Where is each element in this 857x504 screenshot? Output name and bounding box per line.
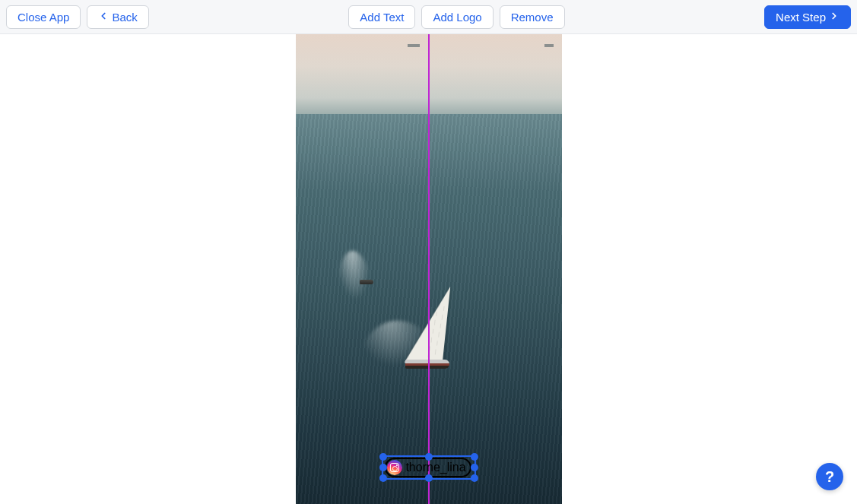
small-boat bbox=[360, 280, 373, 284]
resize-handle-bottom-center[interactable] bbox=[424, 474, 432, 482]
canvas-area: thorne_lina bbox=[0, 34, 857, 504]
chevron-left-icon bbox=[98, 11, 109, 24]
boat-wake bbox=[333, 249, 376, 306]
close-app-label: Close App bbox=[17, 11, 69, 24]
hull bbox=[405, 360, 449, 369]
toolbar-right-group: Next Step bbox=[764, 5, 851, 29]
resize-handle-top-left[interactable] bbox=[379, 453, 386, 461]
help-button[interactable]: ? bbox=[816, 463, 843, 490]
back-button[interactable]: Back bbox=[87, 5, 148, 29]
overlay-username: thorne_lina bbox=[405, 461, 465, 474]
selected-overlay[interactable]: thorne_lina bbox=[381, 455, 475, 480]
back-label: Back bbox=[112, 11, 137, 24]
chevron-right-icon bbox=[829, 11, 840, 24]
vertical-center-guide bbox=[428, 34, 430, 504]
overlay-selection-box[interactable]: thorne_lina bbox=[381, 455, 475, 480]
resize-handle-bottom-left[interactable] bbox=[379, 474, 386, 482]
add-logo-button[interactable]: Add Logo bbox=[421, 5, 493, 29]
remove-button[interactable]: Remove bbox=[500, 5, 565, 29]
toolbar-left-group: Close App Back bbox=[6, 5, 149, 29]
close-app-button[interactable]: Close App bbox=[6, 5, 81, 29]
instagram-icon bbox=[386, 460, 402, 475]
resize-handle-top-center[interactable] bbox=[424, 453, 432, 461]
add-text-button[interactable]: Add Text bbox=[348, 5, 415, 29]
add-text-label: Add Text bbox=[360, 11, 404, 24]
distant-ship bbox=[544, 44, 554, 47]
next-step-button[interactable]: Next Step bbox=[764, 5, 851, 29]
editor-canvas[interactable]: thorne_lina bbox=[296, 34, 562, 504]
top-toolbar: Close App Back Add Text Add Logo Remove … bbox=[0, 0, 857, 34]
remove-label: Remove bbox=[511, 11, 554, 24]
toolbar-center-group: Add Text Add Logo Remove bbox=[348, 5, 564, 29]
sail bbox=[404, 287, 450, 363]
resize-handle-middle-right[interactable] bbox=[471, 464, 478, 471]
resize-handle-middle-left[interactable] bbox=[379, 464, 386, 471]
add-logo-label: Add Logo bbox=[433, 11, 481, 24]
help-icon: ? bbox=[825, 468, 834, 486]
next-step-label: Next Step bbox=[776, 11, 826, 24]
sailboat bbox=[381, 277, 457, 376]
distant-ship bbox=[408, 44, 420, 47]
